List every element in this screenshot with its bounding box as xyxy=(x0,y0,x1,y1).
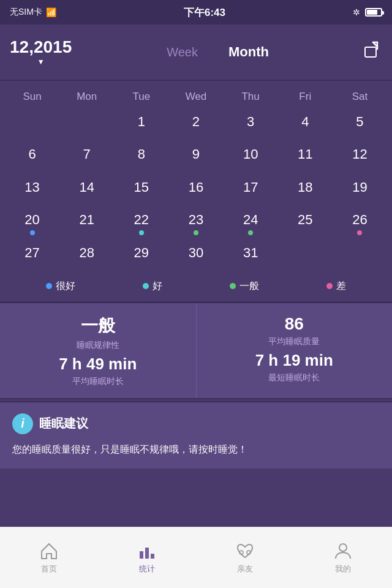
stat-time-left: 7 h 49 min xyxy=(7,355,189,374)
stat-time-h-left: 7 h xyxy=(59,355,82,373)
stat-time-h-right: 7 h xyxy=(255,351,279,369)
legend-label-average: 一般 xyxy=(239,280,259,293)
table-row[interactable] xyxy=(333,240,387,273)
table-row[interactable]: 7 xyxy=(59,141,114,174)
day-mon: Mon xyxy=(59,87,114,107)
nav-label-friends: 亲友 xyxy=(237,564,253,575)
table-row[interactable]: 12 xyxy=(333,141,387,174)
legend-item-poor: 差 xyxy=(326,280,346,293)
table-row[interactable]: 27 xyxy=(5,240,59,273)
table-row[interactable]: 10 xyxy=(224,141,278,174)
legend-label-great: 很好 xyxy=(56,280,75,293)
time-display: 下午6:43 xyxy=(184,6,225,20)
table-row[interactable]: 30 xyxy=(168,240,223,273)
table-row[interactable]: 2 xyxy=(168,109,223,141)
table-row[interactable]: 4 xyxy=(278,109,333,141)
table-row[interactable]: 13 xyxy=(5,175,59,207)
tab-week[interactable]: Week xyxy=(154,40,210,64)
stat-block-left: 一般 睡眠规律性 7 h 49 min 平均睡眠时长 xyxy=(0,303,197,398)
day-headers: Sun Mon Tue Wed Thu Fri Sat xyxy=(0,87,392,107)
dropdown-arrow-icon: ▼ xyxy=(37,58,45,66)
svg-rect-1 xyxy=(140,551,143,559)
legend-item-great: 很好 xyxy=(46,280,75,293)
chart-icon xyxy=(137,541,157,561)
stat-desc-left: 平均睡眠时长 xyxy=(7,376,189,387)
table-row[interactable]: 14 xyxy=(59,175,114,207)
view-tabs: Week Month xyxy=(72,40,364,64)
table-row[interactable]: 25 xyxy=(278,207,333,239)
svg-point-6 xyxy=(339,544,347,551)
table-row[interactable]: 8 xyxy=(114,141,168,174)
nav-item-stats[interactable]: 统计 xyxy=(137,541,157,575)
table-row[interactable]: 17 xyxy=(224,175,278,207)
nav-item-home[interactable]: 首页 xyxy=(39,541,59,575)
table-row[interactable]: 18 xyxy=(278,175,333,207)
share-button[interactable] xyxy=(364,41,382,63)
table-row[interactable]: 5 xyxy=(333,109,387,141)
day-fri: Fri xyxy=(278,87,333,107)
calendar-section: Sun Mon Tue Wed Thu Fri Sat 1 2 3 4 5 6 … xyxy=(0,81,392,301)
table-row[interactable]: 3 xyxy=(224,109,278,141)
header-date[interactable]: 12,2015 ▼ xyxy=(10,38,72,66)
legend-dot-average xyxy=(230,283,236,289)
share-icon xyxy=(364,41,382,59)
table-row[interactable]: 6 xyxy=(5,141,59,174)
legend-dot-good xyxy=(143,283,149,289)
svg-rect-3 xyxy=(151,554,154,559)
table-row[interactable] xyxy=(5,109,59,141)
table-row[interactable]: 26 xyxy=(333,207,387,239)
table-row[interactable]: 19 xyxy=(333,175,387,207)
svg-rect-2 xyxy=(145,548,149,559)
day-thu: Thu xyxy=(224,87,278,107)
advice-info-icon: i xyxy=(12,413,33,434)
day-tue: Tue xyxy=(114,87,168,107)
advice-section: i 睡眠建议 您的睡眠质量很好，只是睡眠不规律哦，请按时睡觉！ xyxy=(0,401,392,469)
table-row[interactable]: 24 xyxy=(224,207,278,239)
nav-item-friends[interactable]: 亲友 xyxy=(235,541,255,575)
nav-label-home: 首页 xyxy=(41,564,57,575)
day-wed: Wed xyxy=(168,87,223,107)
table-row[interactable]: 22 xyxy=(114,207,168,239)
stat-time-right: 7 h 19 min xyxy=(204,351,385,370)
table-row[interactable]: 9 xyxy=(168,141,223,174)
status-left: 无SIM卡 📶 xyxy=(10,7,56,18)
home-icon xyxy=(39,541,59,561)
table-row[interactable]: 11 xyxy=(278,141,333,174)
legend-item-good: 好 xyxy=(143,280,162,293)
calendar-grid: 1 2 3 4 5 6 7 8 9 10 11 12 13 14 15 16 1… xyxy=(0,109,392,273)
nav-item-profile[interactable]: 我的 xyxy=(333,541,353,575)
table-row[interactable]: 29 xyxy=(114,240,168,273)
status-right: ✲ xyxy=(353,7,382,17)
table-row[interactable]: 20 xyxy=(5,207,59,239)
table-row[interactable]: 16 xyxy=(168,175,223,207)
table-row[interactable]: 28 xyxy=(59,240,114,273)
table-row[interactable] xyxy=(278,240,333,273)
table-row[interactable]: 23 xyxy=(168,207,223,239)
stat-sublabel-right: 平均睡眠质量 xyxy=(204,336,385,347)
header: 12,2015 ▼ Week Month xyxy=(0,24,392,80)
legend-label-good: 好 xyxy=(153,280,162,293)
battery-icon xyxy=(365,8,382,17)
stats-section: 一般 睡眠规律性 7 h 49 min 平均睡眠时长 86 平均睡眠质量 7 h… xyxy=(0,303,392,399)
legend-dot-poor xyxy=(326,283,333,289)
table-row[interactable] xyxy=(59,109,114,141)
table-row[interactable]: 31 xyxy=(224,240,278,273)
advice-title: 睡眠建议 xyxy=(39,415,88,432)
table-row[interactable]: 15 xyxy=(114,175,168,207)
heart-icon xyxy=(235,541,255,561)
day-sat: Sat xyxy=(333,87,387,107)
tab-month[interactable]: Month xyxy=(216,40,281,64)
carrier-label: 无SIM卡 xyxy=(10,7,42,18)
date-label: 12,2015 xyxy=(10,38,72,57)
person-icon xyxy=(333,541,353,561)
advice-text: 您的睡眠质量很好，只是睡眠不规律哦，请按时睡觉！ xyxy=(12,442,380,458)
day-sun: Sun xyxy=(5,87,59,107)
legend-label-poor: 差 xyxy=(336,280,346,293)
table-row[interactable]: 1 xyxy=(114,109,168,141)
stat-time-min-right: 19 min xyxy=(282,351,333,369)
nav-label-stats: 统计 xyxy=(139,564,155,575)
table-row[interactable]: 21 xyxy=(59,207,114,239)
status-bar: 无SIM卡 📶 下午6:43 ✲ xyxy=(0,0,392,24)
calendar-legend: 很好 好 一般 差 xyxy=(0,273,392,301)
advice-header: i 睡眠建议 xyxy=(12,413,380,434)
